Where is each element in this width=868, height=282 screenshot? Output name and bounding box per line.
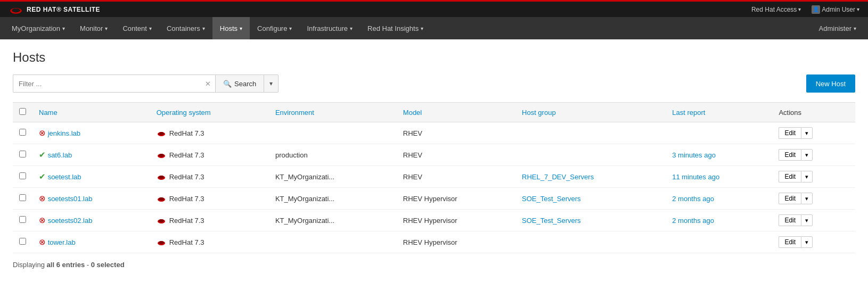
nav-item-configure[interactable]: Configure ▾ — [250, 17, 299, 39]
row-checkbox[interactable] — [19, 238, 26, 245]
filter-bar: ✕ 🔍 Search ▾ New Host — [13, 74, 855, 93]
host-name-link[interactable]: sat6.lab — [48, 151, 72, 159]
edit-dropdown-button[interactable]: ▾ — [801, 149, 813, 161]
model-cell: RHEV Hypervisor — [397, 188, 515, 210]
redhat-os-icon — [157, 194, 166, 203]
table-row: ✔ soetest.lab RedHat 7.3 KT_MyOrganizati… — [13, 166, 855, 188]
row-checkbox[interactable] — [19, 172, 26, 179]
edit-dropdown-button[interactable]: ▾ — [801, 193, 813, 204]
env-cell — [269, 122, 397, 144]
hosts-table: Name Operating system Environment Model … — [13, 102, 855, 253]
last-report-link[interactable]: 3 minutes ago — [672, 151, 716, 159]
host-name-link[interactable]: jenkins.lab — [48, 129, 80, 137]
env-cell: KT_MyOrganizati... — [269, 166, 397, 188]
nav-item-hosts[interactable]: Hosts ▾ — [212, 17, 250, 39]
nav-item-redhat-insights[interactable]: Red Hat Insights ▾ — [360, 17, 431, 39]
host-name-link[interactable]: soetests02.lab — [48, 217, 93, 225]
table-row: ✔ sat6.lab RedHat 7.3 productionRHEV3 mi… — [13, 144, 855, 166]
action-group: Edit ▾ — [779, 171, 849, 183]
svg-point-11 — [159, 219, 164, 222]
table-row: ⊗ tower.lab RedHat 7.3 RHEV Hypervisor E… — [13, 231, 855, 253]
redhat-os-icon — [157, 215, 166, 225]
svg-point-3 — [159, 132, 164, 135]
edit-dropdown-button[interactable]: ▾ — [801, 236, 813, 248]
col-name[interactable]: Name — [32, 103, 150, 122]
nav-item-containers[interactable]: Containers ▾ — [159, 17, 212, 39]
col-os[interactable]: Operating system — [150, 103, 269, 122]
clear-filter-icon[interactable]: ✕ — [205, 80, 211, 88]
red-hat-access-link[interactable]: Red Hat Access ▾ — [751, 6, 801, 13]
row-checkbox[interactable] — [19, 216, 26, 223]
search-dropdown-caret-icon: ▾ — [269, 80, 273, 87]
model-cell: RHEV — [397, 166, 515, 188]
edit-button[interactable]: Edit — [779, 171, 801, 183]
status-error-icon: ⊗ — [39, 128, 46, 137]
action-group: Edit ▾ — [779, 149, 849, 161]
table-row: ⊗ jenkins.lab RedHat 7.3 RHEV Edit ▾ — [13, 122, 855, 144]
svg-point-5 — [159, 154, 164, 157]
host-group-link[interactable]: SOE_Test_Servers — [522, 195, 581, 203]
nav-item-monitor[interactable]: Monitor ▾ — [72, 17, 115, 39]
logo-area: RED HAT® SATELLITE — [9, 5, 100, 14]
status-ok-icon: ✔ — [39, 150, 46, 159]
status-ok-icon: ✔ — [39, 172, 46, 181]
insights-caret-icon: ▾ — [421, 26, 423, 31]
host-name-link[interactable]: tower.lab — [48, 238, 76, 246]
svg-point-9 — [159, 197, 164, 201]
configure-caret-icon: ▾ — [289, 26, 292, 31]
edit-button[interactable]: Edit — [779, 127, 801, 139]
edit-button[interactable]: Edit — [779, 193, 801, 204]
row-checkbox[interactable] — [19, 129, 26, 136]
edit-button[interactable]: Edit — [779, 149, 801, 161]
col-actions: Actions — [772, 103, 855, 122]
admin-user-caret-icon: ▾ — [857, 6, 859, 12]
col-hostgroup[interactable]: Host group — [515, 103, 666, 122]
logo-text: RED HAT® SATELLITE — [27, 6, 100, 13]
col-model[interactable]: Model — [397, 103, 515, 122]
edit-button[interactable]: Edit — [779, 236, 801, 248]
nav-item-administer[interactable]: Administer ▾ — [812, 17, 864, 39]
nav-item-content[interactable]: Content ▾ — [115, 17, 159, 39]
last-report-link[interactable]: 2 months ago — [672, 195, 714, 203]
nav-item-infrastructure[interactable]: Infrastructure ▾ — [299, 17, 360, 39]
select-all-checkbox[interactable] — [19, 108, 26, 115]
top-bar-right: Red Hat Access ▾ 👤 Admin User ▾ — [751, 5, 859, 14]
infrastructure-caret-icon: ▾ — [350, 26, 353, 31]
filter-input[interactable] — [13, 74, 215, 93]
edit-button[interactable]: Edit — [779, 214, 801, 226]
table-footer: Displaying all 6 entries - 0 selected — [13, 261, 855, 269]
nav-bar: MyOrganization ▾ Monitor ▾ Content ▾ Con… — [0, 17, 868, 39]
content-caret-icon: ▾ — [149, 26, 152, 31]
host-name-link[interactable]: soetest.lab — [48, 173, 81, 181]
model-cell: RHEV Hypervisor — [397, 210, 515, 231]
search-button[interactable]: 🔍 Search — [215, 74, 264, 93]
row-checkbox[interactable] — [19, 194, 26, 201]
containers-caret-icon: ▾ — [202, 26, 205, 31]
col-environment[interactable]: Environment — [269, 103, 397, 122]
top-bar: RED HAT® SATELLITE Red Hat Access ▾ 👤 Ad… — [0, 0, 868, 17]
page-title: Hosts — [13, 50, 855, 65]
search-dropdown-toggle[interactable]: ▾ — [264, 74, 279, 93]
edit-dropdown-button[interactable]: ▾ — [801, 127, 813, 139]
status-error-icon: ⊗ — [39, 215, 46, 225]
edit-dropdown-button[interactable]: ▾ — [801, 214, 813, 226]
status-error-icon: ⊗ — [39, 237, 46, 246]
last-report-link[interactable]: 11 minutes ago — [672, 173, 719, 181]
redhat-os-icon — [157, 172, 166, 181]
new-host-button[interactable]: New Host — [806, 74, 855, 93]
nav-item-myorganization[interactable]: MyOrganization ▾ — [4, 17, 72, 39]
last-report-link[interactable]: 2 months ago — [672, 217, 714, 225]
edit-dropdown-button[interactable]: ▾ — [801, 171, 813, 183]
env-cell: KT_MyOrganizati... — [269, 210, 397, 231]
table-row: ⊗ soetests01.lab RedHat 7.3 KT_MyOrganiz… — [13, 188, 855, 210]
host-group-link[interactable]: SOE_Test_Servers — [522, 217, 581, 225]
col-last-report[interactable]: Last report — [666, 103, 772, 122]
host-name-link[interactable]: soetests01.lab — [48, 195, 93, 203]
row-checkbox[interactable] — [19, 151, 26, 157]
hosts-caret-icon: ▾ — [240, 26, 242, 31]
host-group-link[interactable]: RHEL_7_DEV_Servers — [522, 173, 594, 181]
admin-user-link[interactable]: 👤 Admin User ▾ — [812, 5, 859, 14]
red-hat-access-caret-icon: ▾ — [798, 6, 801, 12]
env-cell: production — [269, 144, 397, 166]
model-cell: RHEV — [397, 122, 515, 144]
